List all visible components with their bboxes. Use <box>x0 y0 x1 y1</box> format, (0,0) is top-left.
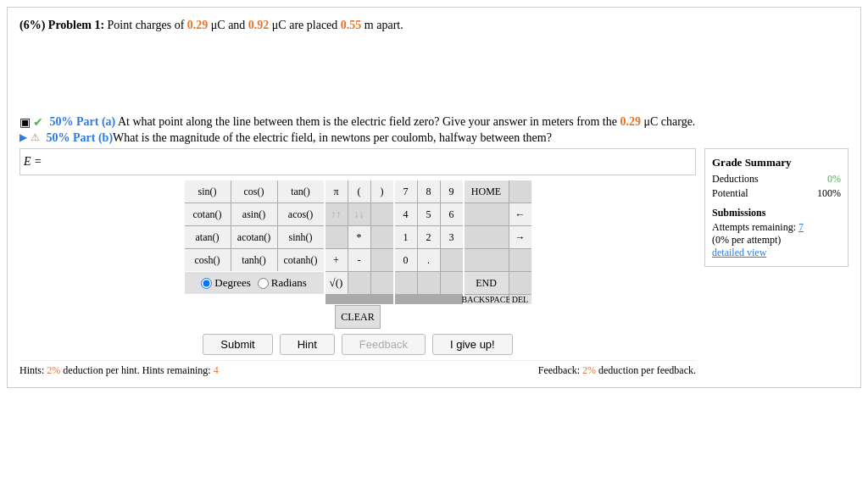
tanh-button[interactable]: tanh() <box>231 249 277 271</box>
downarrow-button: ↓↓ <box>348 203 370 225</box>
del-button[interactable]: DEL <box>509 295 531 304</box>
acos-button[interactable]: acos() <box>278 203 324 225</box>
num8-button[interactable]: 8 <box>418 180 440 202</box>
plus-button[interactable]: + <box>326 249 348 271</box>
num9-button[interactable]: 9 <box>441 180 463 202</box>
calculator: sin() cos() tan() cotan() asin() acos() … <box>19 180 696 304</box>
sin-button[interactable]: sin() <box>185 180 231 202</box>
empty16 <box>509 272 531 294</box>
charge2-value: 0.92 <box>248 19 270 31</box>
empty14 <box>465 249 509 271</box>
empty9 <box>418 272 440 294</box>
empty15 <box>509 249 531 271</box>
part-a-text: At what point along the line between the… <box>115 115 695 129</box>
sqrt-button[interactable]: √() <box>326 272 348 294</box>
clear-button[interactable]: CLEAR <box>336 306 380 328</box>
multiply-button[interactable]: * <box>348 226 370 248</box>
part-b-text: What is the magnitude of the electric fi… <box>113 131 552 145</box>
home-button[interactable]: HOME <box>465 180 509 202</box>
grade-summary-panel: Grade Summary Deductions 0% Potential 10… <box>704 148 849 267</box>
cotanh-button[interactable]: cotanh() <box>278 249 324 271</box>
empty11 <box>509 180 531 202</box>
cotan-button[interactable]: cotan() <box>185 203 231 225</box>
backspace-button[interactable]: BACKSPACE <box>465 295 509 304</box>
submit-button[interactable]: Submit <box>203 334 272 355</box>
play-icon: ▶ <box>19 131 27 144</box>
num4-button[interactable]: 4 <box>395 203 417 225</box>
uparrow-button: ↑↑ <box>326 203 348 225</box>
pi-button[interactable]: π <box>326 180 348 202</box>
hints-row: Hints: 2% deduction per hint. Hints rema… <box>19 360 696 379</box>
degrees-radio[interactable] <box>201 278 212 289</box>
part-a-ref: 0.29 <box>620 115 641 128</box>
hints-remaining: 4 <box>214 364 219 376</box>
empty1 <box>371 203 393 225</box>
attempts-value: 7 <box>798 221 804 233</box>
deductions-value: 0% <box>827 173 841 186</box>
empty7 <box>441 249 463 271</box>
grade-summary-title: Grade Summary <box>712 156 841 169</box>
num1-button[interactable]: 1 <box>395 226 417 248</box>
empty4 <box>371 249 393 271</box>
cosh-button[interactable]: cosh() <box>185 249 231 271</box>
part-a-row: ▣ ✔ 50% Part (a) At what point along the… <box>19 115 849 130</box>
deductions-row: Deductions 0% <box>712 173 841 186</box>
radians-radio[interactable] <box>258 278 269 289</box>
feedback-pct: 2% <box>582 364 596 376</box>
math-input[interactable] <box>47 153 692 171</box>
problem-text-1: Point charges of <box>108 19 187 31</box>
asin-button[interactable]: asin() <box>231 203 277 225</box>
hints-left: Hints: 2% deduction per hint. Hints rema… <box>19 364 219 377</box>
num2-button[interactable]: 2 <box>418 226 440 248</box>
charge1-value: 0.29 <box>187 19 209 31</box>
part-b-row: ▶ ⚠ 50% Part (b) What is the magnitude o… <box>19 131 849 145</box>
empty6 <box>371 272 393 294</box>
problem-statement: (6%) Problem 1: Point charges of 0.29 μC… <box>19 16 849 34</box>
end-button[interactable]: END <box>465 272 509 294</box>
hint-button[interactable]: Hint <box>280 334 335 355</box>
hints-right: Feedback: 2% deduction per feedback. <box>538 364 696 377</box>
num6-button[interactable]: 6 <box>441 203 463 225</box>
deductions-label: Deductions <box>712 173 759 186</box>
sinh-button[interactable]: sinh() <box>278 226 324 248</box>
feedback-button[interactable]: Feedback <box>342 334 426 355</box>
part-b-label: 50% Part (b) <box>47 131 114 145</box>
give-up-button[interactable]: I give up! <box>432 334 513 355</box>
per-attempt: (0% per attempt) <box>712 234 841 247</box>
right-arrow-button[interactable]: → <box>509 226 531 248</box>
empty2 <box>326 226 348 248</box>
tan-button[interactable]: tan() <box>278 180 324 202</box>
rparen-button[interactable]: ) <box>371 180 393 202</box>
lparen-button[interactable]: ( <box>348 180 370 202</box>
minus-button[interactable]: - <box>348 249 370 271</box>
num0-button[interactable]: 0 <box>395 249 417 271</box>
degrees-option[interactable]: Degrees <box>201 276 251 290</box>
empty8 <box>395 272 417 294</box>
degrees-label: Degrees <box>214 276 251 290</box>
cos-button[interactable]: cos() <box>231 180 277 202</box>
empty3 <box>371 226 393 248</box>
radians-label: Radians <box>271 276 307 290</box>
num7-button[interactable]: 7 <box>395 180 417 202</box>
checkbox-icon: ▣ <box>19 115 31 130</box>
atan-button[interactable]: atan() <box>185 226 231 248</box>
eq-label: E = <box>24 155 42 169</box>
problem-title: (6%) Problem 1: <box>19 19 104 31</box>
acotan-button[interactable]: acotan() <box>231 226 277 248</box>
detailed-view-link[interactable]: detailed view <box>712 247 766 258</box>
check-icon: ✔ <box>33 115 43 130</box>
attempts-row: Attempts remaining: 7 <box>712 221 841 234</box>
dot-button[interactable]: . <box>418 249 440 271</box>
part-a-label: 50% Part (a) <box>50 115 116 129</box>
num5-button[interactable]: 5 <box>418 203 440 225</box>
warning-icon: ⚠ <box>31 131 40 144</box>
num3-button[interactable]: 3 <box>441 226 463 248</box>
radians-option[interactable]: Radians <box>258 276 307 290</box>
empty5 <box>348 272 370 294</box>
hints-pct: 2% <box>47 364 60 376</box>
action-buttons: Submit Hint Feedback I give up! <box>19 334 696 355</box>
potential-row: Potential 100% <box>712 187 841 200</box>
problem-unit2: μC are placed <box>272 19 341 31</box>
empty13 <box>465 226 509 248</box>
left-arrow-button[interactable]: ← <box>509 203 531 225</box>
